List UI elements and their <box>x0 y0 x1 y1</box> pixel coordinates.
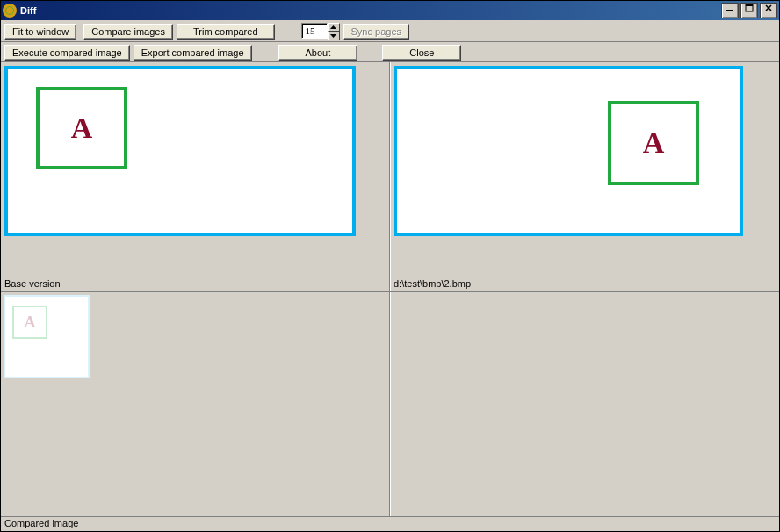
base-version-label-cell: Base version <box>1 277 389 291</box>
sync-pages-button: Sync pages <box>343 24 409 40</box>
about-button[interactable]: About <box>278 45 358 61</box>
compare-images-button[interactable]: Compare images <box>83 24 173 40</box>
right-image[interactable]: A <box>394 66 743 236</box>
window-controls <box>721 3 777 18</box>
image-row: A A <box>1 62 779 277</box>
fit-to-window-button[interactable]: Fit to window <box>4 24 76 40</box>
export-compared-button[interactable]: Export compared image <box>134 45 252 61</box>
right-thumb-panel <box>389 292 779 516</box>
svg-rect-0 <box>726 10 733 11</box>
right-path-label: d:\test\bmp\2.bmp <box>390 277 779 290</box>
thumb-letter: A <box>25 313 36 332</box>
close-app-button[interactable]: Close <box>382 45 461 61</box>
app-icon <box>3 4 17 18</box>
toolbar-secondary: Execute compared image Export compared i… <box>1 42 779 62</box>
threshold-input[interactable] <box>301 23 328 39</box>
base-version-label: Base version <box>1 277 389 290</box>
threshold-spinner <box>328 23 340 40</box>
left-green-box: A <box>36 87 127 169</box>
trim-compared-button[interactable]: Trim compared <box>177 24 275 40</box>
diff-window: Diff Fit to window Compare images Trim c… <box>0 0 780 532</box>
panels-area: A A Base version d:\test\bmp\2.bmp <box>1 62 779 531</box>
svg-rect-2 <box>746 4 753 6</box>
footer-row: Compared image <box>1 516 779 531</box>
base-thumbnail[interactable]: A <box>4 295 90 378</box>
right-green-box: A <box>608 101 699 185</box>
threshold-down-button[interactable] <box>328 32 340 40</box>
thumb-row: A <box>1 291 779 516</box>
titlebar[interactable]: Diff <box>1 1 779 20</box>
maximize-button[interactable] <box>740 3 758 18</box>
left-thumb-panel: A <box>1 292 389 516</box>
compared-image-label-cell: Compared image <box>1 517 779 531</box>
window-title: Diff <box>20 5 721 16</box>
left-letter: A <box>71 111 93 145</box>
right-path-label-cell: d:\test\bmp\2.bmp <box>389 277 779 291</box>
label-row: Base version d:\test\bmp\2.bmp <box>1 277 779 291</box>
toolbar-primary: Fit to window Compare images Trim compar… <box>1 20 779 42</box>
threshold-stepper[interactable] <box>301 23 340 40</box>
execute-compared-button[interactable]: Execute compared image <box>4 45 130 61</box>
threshold-up-button[interactable] <box>328 23 340 32</box>
compared-image-label: Compared image <box>1 517 779 529</box>
left-image[interactable]: A <box>4 66 356 236</box>
right-letter: A <box>643 126 665 160</box>
close-button[interactable] <box>760 3 777 18</box>
right-image-panel: A <box>389 62 779 277</box>
minimize-button[interactable] <box>721 3 739 18</box>
thumb-green-box: A <box>12 306 47 339</box>
left-image-panel: A <box>1 62 389 277</box>
